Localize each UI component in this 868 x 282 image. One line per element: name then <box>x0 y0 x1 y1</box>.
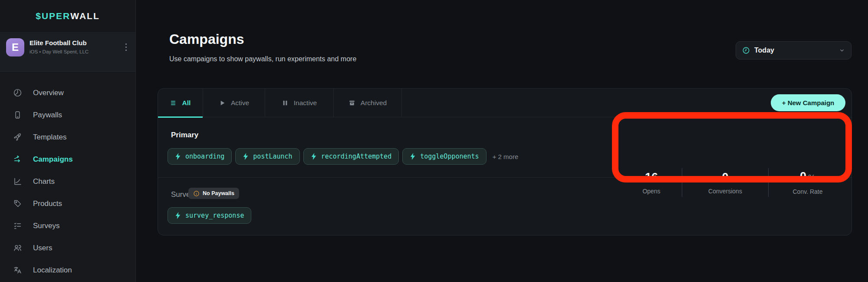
sidebar-item-users[interactable]: Users <box>0 237 135 259</box>
trigger-tag-label: onboarding <box>185 153 224 160</box>
rocket-icon <box>13 133 22 142</box>
sidebar-item-label: Charts <box>33 177 55 186</box>
logo-text-teal: $UPER <box>36 11 70 21</box>
no-paywalls-badge: No Paywalls <box>188 188 239 199</box>
tab-active[interactable]: Active <box>203 89 265 117</box>
tab-label: All <box>182 99 191 107</box>
trigger-tag[interactable]: survey_response <box>168 207 251 224</box>
sidebar-item-campaigns[interactable]: Campaigns <box>0 148 135 170</box>
trigger-tag[interactable]: recordingAttempted <box>303 148 399 165</box>
workspace-subtitle: iOS • Day Well Spent, LLC <box>30 49 116 54</box>
trigger-tags: survey_response <box>168 207 251 224</box>
sidebar-item-label: Products <box>33 199 62 208</box>
bolt-icon <box>311 153 317 160</box>
trigger-tag[interactable]: toggleOpponents <box>402 148 486 165</box>
campaign-row-primary[interactable]: Primary onboarding postLaunch recordingA… <box>158 117 852 178</box>
trigger-tag[interactable]: postLaunch <box>235 148 299 165</box>
sidebar-item-products[interactable]: Products <box>0 192 135 215</box>
more-tags-label: + 2 more <box>493 153 519 160</box>
date-filter-dropdown[interactable]: Today <box>736 41 852 60</box>
bolt-icon <box>175 212 181 219</box>
workspace-switcher[interactable]: E Elite Football Club iOS • Day Well Spe… <box>0 33 135 72</box>
trigger-tag[interactable]: onboarding <box>168 148 232 165</box>
logo-text-white: WALL <box>70 11 99 21</box>
checklist-icon <box>13 221 22 230</box>
trigger-tag-label: recordingAttempted <box>321 153 392 160</box>
page-title: Campaigns <box>169 31 244 47</box>
list-icon <box>170 100 177 106</box>
campaign-row-survey[interactable]: Survey No Paywalls survey_response <box>158 178 852 236</box>
sidebar-item-localization[interactable]: Localization <box>0 259 135 281</box>
sidebar-item-label: Localization <box>33 266 72 275</box>
tab-label: Inactive <box>294 99 317 107</box>
bolt-icon <box>243 153 249 160</box>
tab-label: Archived <box>361 99 387 107</box>
workspace-menu-kebab-icon[interactable] <box>122 43 129 59</box>
sidebar-item-label: Templates <box>33 133 66 142</box>
tab-all[interactable]: All <box>158 89 203 117</box>
trigger-tag-label: survey_response <box>185 212 244 219</box>
branch-arrow-icon <box>13 155 22 164</box>
phone-icon <box>13 110 22 119</box>
sidebar-item-label: Users <box>33 244 52 252</box>
tab-archived[interactable]: Archived <box>334 89 402 117</box>
tab-label: Active <box>231 99 249 107</box>
sidebar-item-charts[interactable]: Charts <box>0 170 135 192</box>
pause-icon <box>282 100 289 106</box>
workspace-name: Elite Football Club <box>30 39 110 46</box>
sidebar-item-label: Overview <box>33 89 64 97</box>
page-subtitle: Use campaigns to show paywalls, run expe… <box>169 55 356 63</box>
gauge-icon <box>13 88 22 97</box>
sidebar-item-overview[interactable]: Overview <box>0 82 135 104</box>
sidebar: $UPERWALL E Elite Football Club iOS • Da… <box>0 0 136 282</box>
sidebar-item-paywalls[interactable]: Paywalls <box>0 104 135 126</box>
clock-icon <box>742 46 750 54</box>
trigger-tag-label: toggleOpponents <box>420 153 479 160</box>
translate-icon <box>13 265 22 275</box>
chart-icon <box>13 177 22 186</box>
date-filter-value: Today <box>754 46 774 54</box>
campaign-name: Primary <box>171 131 198 139</box>
sidebar-item-label: Campaigns <box>33 155 73 164</box>
campaign-tabs: All Active Inactive Archived <box>158 89 852 117</box>
archive-icon <box>349 100 355 106</box>
superwall-logo: $UPERWALL <box>0 0 135 33</box>
sidebar-nav: Overview Paywalls Templates Campaigns Ch… <box>0 82 135 281</box>
tag-icon <box>13 199 22 208</box>
chevron-down-icon <box>839 47 845 53</box>
trigger-tag-label: postLaunch <box>253 153 292 160</box>
bolt-icon <box>175 153 181 160</box>
no-paywalls-label: No Paywalls <box>203 190 234 196</box>
sidebar-item-templates[interactable]: Templates <box>0 126 135 148</box>
play-icon <box>219 100 226 106</box>
workspace-avatar: E <box>6 38 24 56</box>
sidebar-item-label: Paywalls <box>33 111 62 119</box>
bolt-icon <box>410 153 416 160</box>
sidebar-item-label: Surveys <box>33 222 59 230</box>
trigger-tags: onboarding postLaunch recordingAttempted… <box>168 148 518 165</box>
new-campaign-button[interactable]: + New Campaign <box>771 94 845 111</box>
tab-inactive[interactable]: Inactive <box>265 89 334 117</box>
sidebar-item-surveys[interactable]: Surveys <box>0 215 135 237</box>
info-icon <box>193 190 200 197</box>
users-icon <box>13 243 22 252</box>
campaigns-panel: All Active Inactive Archived + New Campa… <box>158 88 852 236</box>
